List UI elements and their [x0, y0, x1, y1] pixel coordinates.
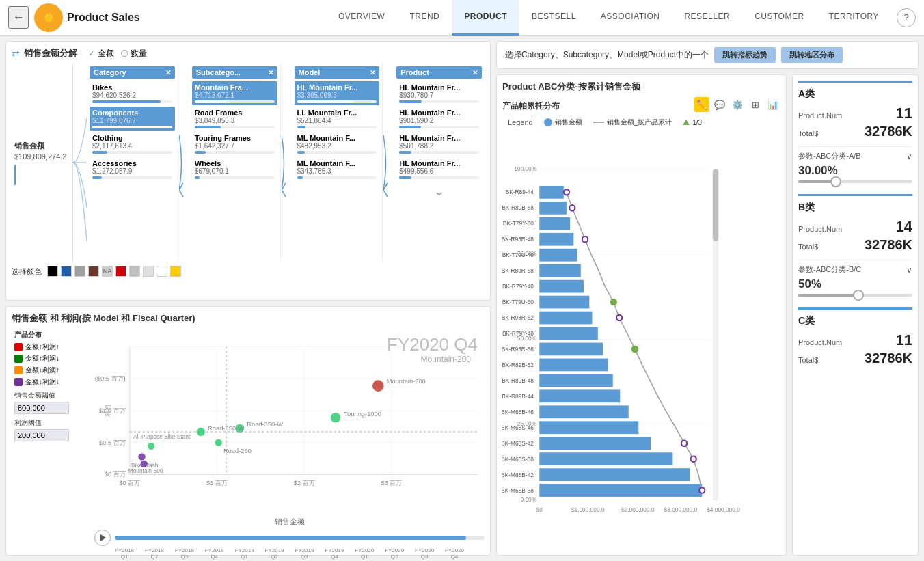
legend-marker: 1/3	[683, 119, 702, 126]
help-button[interactable]: ?	[897, 8, 916, 27]
decomp-item[interactable]: Clothing $2,117,613.4	[90, 132, 175, 156]
color-brown[interactable]	[88, 266, 99, 277]
pencil-tool[interactable]: ✏️	[694, 97, 709, 112]
total-label: 销售金额	[14, 141, 44, 151]
scatter-point-mountain500[interactable]	[140, 461, 147, 467]
abc-a-title: A类	[798, 88, 912, 100]
model-close[interactable]: ✕	[370, 69, 375, 77]
play-button[interactable]	[94, 530, 111, 546]
param-ab-chevron[interactable]: ∨	[906, 152, 912, 161]
scatter-point-touring1000[interactable]	[331, 413, 341, 423]
nav-customer[interactable]: CUSTOMER	[742, 0, 816, 36]
svg-text:BK-T79Y-60: BK-T79Y-60	[503, 220, 534, 227]
svg-text:$0 百万: $0 百万	[119, 480, 140, 487]
decomp-item[interactable]: Road Frames $3,849,853.3	[192, 107, 277, 131]
svg-rect-70	[539, 249, 577, 262]
decomp-item[interactable]: ML Mountain F... $343,785.3	[295, 157, 380, 181]
abc-a-num: 11	[896, 105, 912, 122]
nav-trend[interactable]: TREND	[397, 0, 452, 36]
abc-b-num-row: Product.Num 14	[798, 218, 912, 236]
filter-btn-territory[interactable]: 跳转地区分布	[781, 47, 843, 63]
scatter-point-allpurpose[interactable]	[148, 443, 154, 450]
color-blue[interactable]	[61, 266, 72, 277]
svg-text:$4,000,000.0: $4,000,000.0	[707, 506, 740, 513]
svg-rect-42	[539, 468, 690, 481]
decomp-item[interactable]: Wheels $679,070.1	[192, 157, 277, 181]
svg-text:BK-M68S-38: BK-M68S-38	[502, 456, 534, 463]
svg-marker-28	[100, 534, 106, 541]
svg-text:Road-350-W: Road-350-W	[247, 421, 283, 428]
svg-text:BK-M68B-46: BK-M68B-46	[502, 409, 534, 415]
nav-territory[interactable]: TERRITORY	[817, 0, 891, 36]
subcategory-close[interactable]: ✕	[268, 69, 273, 77]
product-close[interactable]: ✕	[472, 69, 478, 77]
svg-text:BK-R89B-58: BK-R89B-58	[502, 204, 534, 211]
svg-text:BK-R93R-56: BK-R93R-56	[502, 346, 534, 353]
param-bc-slider-thumb[interactable]	[853, 290, 864, 301]
timeline-track[interactable]	[115, 536, 485, 540]
legend-color-3	[14, 366, 23, 374]
decomp-item-selected[interactable]: Components $11,799,076.7	[90, 107, 175, 131]
scatter-point-mountain200[interactable]	[372, 380, 384, 392]
filter-btn-trend[interactable]: 跳转指标趋势	[714, 47, 776, 63]
color-red[interactable]	[116, 266, 126, 277]
nav-bestsell[interactable]: BESTSELL	[519, 0, 588, 36]
radio-amount[interactable]: ✓ 金额	[88, 48, 114, 59]
pareto-title: Product ABC分类-按累计销售金额	[502, 81, 780, 93]
color-yellow[interactable]	[170, 266, 181, 277]
decomp-item[interactable]: Touring Frames $1,642,327.7	[192, 132, 277, 156]
decomp-item[interactable]: HL Mountain Fr... $901,590.2	[396, 107, 482, 131]
svg-rect-78	[539, 186, 563, 199]
param-ab-slider-thumb[interactable]	[830, 176, 841, 187]
fy-label: FY2020 Q4	[387, 334, 478, 355]
amount-threshold-input[interactable]	[14, 402, 69, 414]
nav-items: OVERVIEW TREND PRODUCT BESTSELL ASSOCIAT…	[326, 0, 916, 36]
color-lightgray[interactable]	[129, 266, 140, 277]
svg-text:Road-250: Road-250	[223, 448, 252, 454]
svg-text:利润: 利润	[105, 405, 111, 417]
scatter-point-road550[interactable]	[196, 428, 204, 436]
right-panel: 选择Category、Subcategory、Model或Product中的一个…	[496, 41, 919, 556]
svg-point-87	[569, 205, 575, 210]
radio-quantity[interactable]: 数量	[121, 48, 147, 59]
decomp-item-selected[interactable]: HL Mountain Fr... $3,365,069.3	[295, 81, 380, 105]
scatter-point-bikewash[interactable]	[138, 453, 145, 460]
nav-association[interactable]: ASSOCIATION	[588, 0, 672, 36]
nav-reseller[interactable]: RESELLER	[672, 0, 742, 36]
color-na[interactable]: NA	[102, 266, 113, 277]
decomp-item[interactable]: HL Mountain Fr... $930,780.7	[396, 81, 482, 105]
nav-product[interactable]: PRODUCT	[452, 0, 519, 36]
back-button[interactable]: ←	[8, 6, 29, 29]
gear-tool[interactable]: ⚙️	[730, 97, 745, 112]
decomp-item[interactable]: HL Mountain Fr... $499,556.6	[396, 157, 482, 181]
decomp-item-selected[interactable]: Mountain Fra... $4,713,672.1	[192, 81, 277, 105]
scatter-point-road250[interactable]	[215, 439, 221, 446]
color-white[interactable]	[157, 266, 167, 277]
color-verylightgray[interactable]	[143, 266, 154, 277]
profit-threshold-label: 利润阈值	[14, 418, 87, 428]
decomp-col-category: Category ✕ Bikes $94,620,526.2 Component…	[87, 64, 178, 262]
decomp-item[interactable]: Accessories $1,272,057.9	[90, 157, 175, 181]
svg-rect-48	[539, 421, 638, 434]
pareto-legend: Legend 销售金额 销售金额_按产品累计 1/3	[502, 118, 780, 127]
decomp-item[interactable]: ML Mountain F... $482,953.2	[295, 132, 380, 156]
svg-text:($0.5 百万): ($0.5 百万)	[95, 375, 126, 382]
decomp-item[interactable]: HL Mountain Fr... $501,788.2	[396, 132, 482, 156]
connector-svg	[73, 64, 87, 262]
nav-overview[interactable]: OVERVIEW	[326, 0, 397, 36]
comment-tool[interactable]: 💬	[712, 97, 727, 112]
param-bc-slider-track	[798, 294, 912, 297]
color-gray[interactable]	[74, 266, 85, 277]
chart-tool[interactable]: 📊	[765, 97, 780, 112]
decomp-item[interactable]: LL Mountain Fr... $521,864.4	[295, 107, 380, 131]
svg-text:BK-T79U-46: BK-T79U-46	[502, 251, 534, 258]
profit-threshold-input[interactable]	[14, 429, 69, 441]
scroll-down[interactable]: ⌄	[396, 184, 482, 199]
category-close[interactable]: ✕	[165, 69, 171, 77]
abc-c-section: C类 Product.Num 11 Total$ 32786K	[798, 307, 912, 370]
color-black[interactable]	[47, 266, 58, 277]
grid-tool[interactable]: ⊞	[748, 97, 763, 112]
param-bc-chevron[interactable]: ∨	[906, 265, 912, 275]
svg-rect-58	[539, 343, 603, 356]
decomp-item[interactable]: Bikes $94,620,526.2	[90, 81, 175, 105]
